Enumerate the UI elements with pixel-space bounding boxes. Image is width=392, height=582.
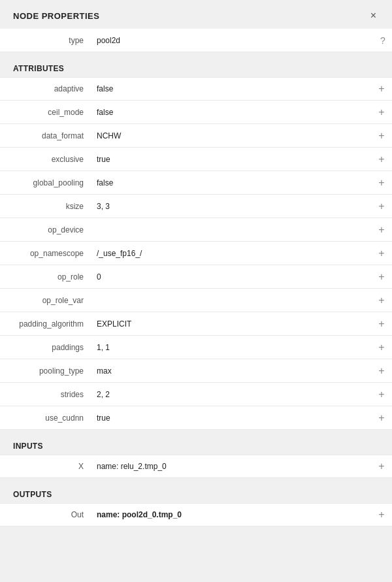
table-row: data_formatNCHW+ <box>0 124 392 148</box>
prop-value: name: relu_2.tmp_0 <box>91 457 374 476</box>
prop-value: false <box>91 173 374 193</box>
table-row: Xname: relu_2.tmp_0+ <box>0 455 392 478</box>
prop-value <box>91 295 374 306</box>
prop-value: EXPLICIT <box>91 314 374 334</box>
table-row: paddings1, 1+ <box>0 336 392 359</box>
prop-plus-icon[interactable]: + <box>374 271 392 283</box>
table-row: op_role_var+ <box>0 289 392 312</box>
gap4 <box>0 526 392 532</box>
prop-value: false <box>91 79 374 99</box>
prop-plus-icon[interactable]: + <box>374 295 392 306</box>
table-row: ceil_modefalse+ <box>0 101 392 124</box>
prop-value: false <box>91 103 374 122</box>
prop-label: op_namescope <box>0 244 91 263</box>
prop-plus-icon[interactable]: + <box>374 318 392 330</box>
prop-label: global_pooling <box>0 173 91 193</box>
prop-label: data_format <box>0 126 91 146</box>
prop-label: Out <box>0 505 91 525</box>
prop-value: 0 <box>91 267 374 287</box>
prop-plus-icon[interactable]: + <box>374 365 392 377</box>
type-value: pool2d <box>91 31 374 50</box>
prop-label: adaptive <box>0 79 91 99</box>
prop-label: X <box>0 457 91 476</box>
prop-value: 3, 3 <box>91 197 374 216</box>
prop-plus-icon[interactable]: + <box>374 83 392 95</box>
close-button[interactable]: × <box>368 10 379 21</box>
inputs-heading: INPUTS <box>0 435 392 455</box>
prop-label: use_cudnn <box>0 408 91 428</box>
prop-plus-icon[interactable]: + <box>374 342 392 353</box>
table-row: op_role0+ <box>0 265 392 289</box>
inputs-rows: Xname: relu_2.tmp_0+ <box>0 455 392 478</box>
prop-plus-icon[interactable]: + <box>374 154 392 165</box>
gap2 <box>0 430 392 435</box>
table-row: adaptivefalse+ <box>0 77 392 101</box>
prop-plus-icon[interactable]: + <box>374 461 392 472</box>
prop-label: exclusive <box>0 150 91 169</box>
prop-plus-icon[interactable]: + <box>374 509 392 521</box>
prop-plus-icon[interactable]: + <box>374 201 392 212</box>
gap3 <box>0 478 392 483</box>
prop-plus-icon[interactable]: + <box>374 106 392 118</box>
prop-value: name: pool2d_0.tmp_0 <box>91 505 374 525</box>
table-row: strides2, 2+ <box>0 383 392 406</box>
prop-value: NCHW <box>91 126 374 146</box>
prop-value: 1, 1 <box>91 338 374 357</box>
panel-title: NODE PROPERTIES <box>13 11 99 21</box>
gap1 <box>0 52 392 57</box>
table-row: Outname: pool2d_0.tmp_0+ <box>0 503 392 526</box>
prop-plus-icon[interactable]: + <box>374 177 392 189</box>
table-row: op_device+ <box>0 218 392 242</box>
table-row: global_poolingfalse+ <box>0 171 392 195</box>
prop-plus-icon[interactable]: + <box>374 130 392 142</box>
attributes-heading: ATTRIBUTES <box>0 57 392 77</box>
node-properties-panel: NODE PROPERTIES × type pool2d ? ATTRIBUT… <box>0 0 392 582</box>
type-label: type <box>0 31 91 50</box>
outputs-heading: OUTPUTS <box>0 483 392 503</box>
type-help-icon[interactable]: ? <box>374 35 392 46</box>
table-row: padding_algorithmEXPLICIT+ <box>0 312 392 336</box>
prop-plus-icon[interactable]: + <box>374 248 392 259</box>
prop-label: strides <box>0 385 91 404</box>
prop-value: true <box>91 408 374 428</box>
table-row: use_cudnntrue+ <box>0 406 392 430</box>
prop-label: op_role_var <box>0 291 91 310</box>
table-row: exclusivetrue+ <box>0 148 392 171</box>
prop-value: true <box>91 150 374 169</box>
prop-value: 2, 2 <box>91 385 374 404</box>
prop-plus-icon[interactable]: + <box>374 412 392 424</box>
panel-header: NODE PROPERTIES × <box>0 0 392 29</box>
prop-label: op_role <box>0 267 91 287</box>
prop-value <box>91 225 374 235</box>
prop-label: padding_algorithm <box>0 314 91 334</box>
prop-plus-icon[interactable]: + <box>374 224 392 236</box>
type-row: type pool2d ? <box>0 29 392 52</box>
prop-label: ceil_mode <box>0 103 91 122</box>
table-row: ksize3, 3+ <box>0 195 392 218</box>
prop-label: pooling_type <box>0 361 91 381</box>
prop-label: ksize <box>0 197 91 216</box>
prop-value: /_use_fp16_/ <box>91 244 374 263</box>
prop-label: op_device <box>0 220 91 240</box>
outputs-rows: Outname: pool2d_0.tmp_0+ <box>0 503 392 526</box>
table-row: pooling_typemax+ <box>0 359 392 383</box>
prop-value: max <box>91 361 374 381</box>
table-row: op_namescope/_use_fp16_/+ <box>0 242 392 265</box>
prop-plus-icon[interactable]: + <box>374 389 392 400</box>
attributes-rows: adaptivefalse+ceil_modefalse+data_format… <box>0 77 392 430</box>
prop-label: paddings <box>0 338 91 357</box>
